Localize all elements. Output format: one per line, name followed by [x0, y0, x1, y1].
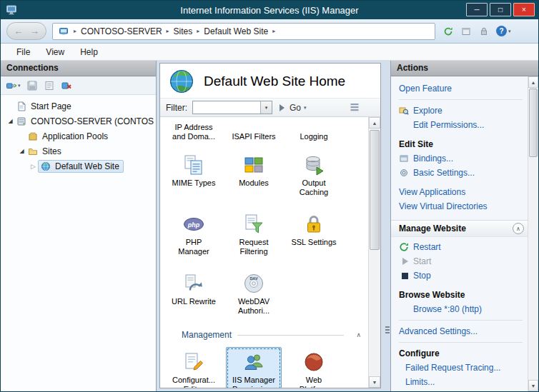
new-connection-button[interactable]: ▾ — [6, 79, 21, 92]
scrollbar-thumb[interactable] — [529, 89, 538, 157]
actions-header: Actions — [391, 61, 538, 76]
filter-input[interactable]: ▾ — [192, 101, 272, 114]
feature-php-manager[interactable]: php PHP Manager — [166, 209, 222, 259]
divider — [399, 342, 523, 343]
tree-item-server[interactable]: ◢ CONTOSO-SERVER (CONTOS — [1, 114, 156, 129]
feature-output-caching[interactable]: Output Caching — [286, 150, 342, 200]
action-explore[interactable]: Explore — [399, 104, 523, 118]
main-area: Connections ▾ — [1, 61, 538, 391]
feature-modules[interactable]: Modules — [226, 150, 282, 200]
tree-label: Start Page — [30, 101, 71, 111]
tree-selection[interactable]: Default Web Site — [38, 160, 124, 173]
feature-configuration-editor[interactable]: Configurat... Editor — [166, 347, 222, 388]
start-icon — [399, 256, 409, 266]
forward-button[interactable]: → — [30, 26, 39, 36]
connections-tree: Start Page ◢ CONTOSO-SERVER (CONTOS Appl… — [1, 95, 156, 391]
stop-icon — [399, 271, 409, 281]
close-icon: × — [522, 6, 526, 14]
breadcrumb-separator-icon: ▸ — [167, 28, 169, 34]
back-button[interactable]: ← — [14, 26, 23, 36]
action-stop[interactable]: Stop — [399, 268, 523, 283]
feature-web-platform-installer[interactable]: Web Platfor... — [286, 347, 342, 388]
action-start[interactable]: Start — [399, 254, 523, 268]
maximize-button[interactable]: □ — [490, 3, 511, 16]
chevron-up-icon[interactable]: ∧ — [513, 223, 524, 234]
action-bindings[interactable]: Bindings... — [399, 151, 523, 166]
scroll-down-button[interactable]: ▼ — [528, 380, 538, 391]
action-view-virtual-directories[interactable]: View Virtual Directories — [399, 199, 523, 213]
feature-mime-types[interactable]: MIME Types — [166, 150, 222, 200]
feature-isapi-filters[interactable]: ISAPI Filters — [226, 123, 282, 141]
actions-panel: Actions Open Feature Explore Edit Permis… — [390, 61, 538, 391]
tree-item-application-pools[interactable]: Application Pools — [1, 129, 156, 144]
tree-expanded-icon[interactable]: ◢ — [17, 148, 26, 154]
view-mode-icon[interactable] — [350, 102, 360, 113]
feature-ssl-settings[interactable]: SSL Settings — [286, 209, 342, 259]
feature-iis-manager-permissions[interactable]: IIS Manager Permissions — [226, 347, 282, 388]
action-basic-settings[interactable]: Basic Settings... — [399, 166, 523, 180]
features-area: IP Address and Doma... ISAPI Filters Log… — [160, 117, 380, 388]
minimize-button[interactable]: ─ — [466, 3, 488, 16]
chevron-down-icon[interactable]: ▾ — [304, 105, 307, 111]
titlebar: Internet Information Services (IIS) Mana… — [1, 1, 538, 19]
menu-help[interactable]: Help — [73, 45, 105, 59]
chevron-down-icon: ▾ — [508, 29, 511, 34]
scrollbar-thumb[interactable] — [370, 130, 380, 250]
go-button[interactable]: Go — [290, 103, 301, 113]
splitter-grip-icon[interactable] — [385, 326, 390, 328]
chevron-down-icon[interactable]: ▾ — [260, 101, 272, 114]
close-button[interactable]: × — [513, 3, 535, 16]
feature-webdav-authoring[interactable]: DAV WebDAV Authori... — [226, 268, 282, 318]
feature-request-filtering[interactable]: Request Filtering — [226, 209, 282, 259]
action-limits[interactable]: Limits... — [399, 375, 523, 389]
feature-logging[interactable]: Logging — [286, 123, 342, 141]
breadcrumb-item-server[interactable]: CONTOSO-SERVER — [81, 26, 162, 36]
action-view-applications[interactable]: View Applications — [399, 185, 523, 199]
action-edit-permissions[interactable]: Edit Permissions... — [399, 118, 523, 132]
filter-label: Filter: — [166, 103, 187, 113]
scroll-up-button[interactable]: ▲ — [528, 76, 538, 88]
minimize-icon: ─ — [474, 6, 479, 14]
refresh-icon[interactable] — [442, 26, 454, 37]
panel-splitter[interactable] — [385, 61, 390, 391]
tree-expanded-icon[interactable]: ◢ — [6, 118, 15, 124]
url-rewrite-icon — [182, 272, 205, 295]
scroll-down-button[interactable]: ▼ — [369, 376, 380, 388]
delete-connection-button[interactable] — [61, 79, 72, 92]
feature-view: Default Web Site Home Filter: ▾ Go ▾ — [157, 61, 385, 391]
action-failed-request-tracing[interactable]: Failed Request Tracing... — [399, 361, 523, 375]
save-connections-button[interactable] — [26, 79, 38, 92]
feature-url-rewrite[interactable]: URL Rewrite — [166, 268, 222, 318]
help-icon: ? — [496, 26, 507, 36]
actions-scrollbar[interactable]: ▲ ▼ — [528, 76, 538, 391]
chevron-up-icon[interactable]: ∧ — [356, 331, 361, 338]
breadcrumb-item-sites[interactable]: Sites — [174, 26, 193, 36]
tree-item-sites[interactable]: ◢ Sites — [1, 144, 156, 159]
menu-file[interactable]: File — [9, 45, 37, 59]
refresh-connection-button[interactable] — [44, 79, 55, 92]
action-browse-http[interactable]: Browse *:80 (http) — [399, 302, 523, 316]
output-caching-icon — [302, 154, 325, 176]
tree-collapsed-icon[interactable]: ▷ — [29, 163, 38, 170]
actions-list: Open Feature Explore Edit Permissions...… — [391, 76, 538, 391]
window-icon[interactable] — [460, 26, 472, 37]
web-site-icon — [41, 161, 51, 171]
action-restart[interactable]: Restart — [399, 240, 523, 254]
features-scrollbar[interactable]: ▲ ▼ — [368, 117, 380, 388]
lock-icon[interactable] — [478, 26, 490, 37]
go-arrow-icon — [280, 104, 285, 111]
action-open-feature[interactable]: Open Feature — [399, 81, 523, 96]
management-group-header: Management ∧ — [182, 330, 362, 340]
start-page-icon — [16, 101, 27, 111]
tree-item-default-web-site[interactable]: ▷ Default Web Site — [1, 159, 156, 174]
menu-view[interactable]: View — [39, 45, 71, 59]
help-button[interactable]: ? ▾ — [496, 26, 511, 36]
tree-item-start-page[interactable]: Start Page — [1, 99, 156, 114]
feature-ip-address-domain[interactable]: IP Address and Doma... — [166, 123, 222, 141]
management-grid: Configurat... Editor IIS Manager Permiss… — [166, 347, 363, 388]
breadcrumb[interactable]: ▸ CONTOSO-SERVER ▸ Sites ▸ Default Web S… — [52, 23, 435, 40]
action-advanced-settings[interactable]: Advanced Settings... — [399, 324, 523, 338]
scroll-up-button[interactable]: ▲ — [369, 117, 380, 129]
divider — [399, 320, 523, 321]
breadcrumb-item-default-web-site[interactable]: Default Web Site — [204, 26, 268, 36]
